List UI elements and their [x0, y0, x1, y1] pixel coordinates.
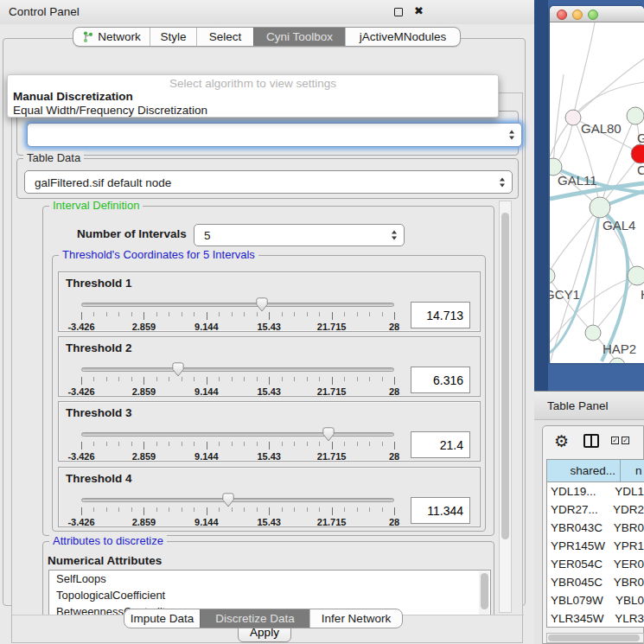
threshold-slider[interactable]: -3.4262.8599.14415.4321.71528 — [81, 493, 394, 526]
network-window-titlebar[interactable] — [550, 6, 644, 22]
slider-track[interactable] — [81, 432, 394, 437]
tab-label: Cyni Toolbox — [266, 30, 333, 43]
network-node[interactable] — [585, 325, 601, 341]
network-node[interactable] — [628, 266, 644, 285]
column-header-shared-name[interactable]: shared... — [547, 460, 621, 481]
table-hscrollbar-thumb[interactable] — [548, 634, 640, 641]
threshold-panel: Threshold 2-3.4262.8599.14415.4321.71528 — [58, 336, 481, 397]
slider-thumb[interactable] — [322, 427, 335, 442]
slider-thumb[interactable] — [172, 362, 184, 377]
attribute-list-item[interactable]: SelfLoops — [49, 571, 490, 587]
discretization-settings-panel: Discretization Algorithm Table Data galF… — [11, 92, 523, 643]
list-scrollbar-thumb[interactable] — [481, 573, 488, 609]
tab-style[interactable]: Style — [150, 28, 196, 46]
network-node[interactable] — [565, 110, 581, 125]
settings-scrollbar-thumb[interactable] — [501, 213, 509, 539]
minimize-traffic-light[interactable] — [572, 10, 583, 20]
table-row[interactable]: YLR345WYLR3 — [547, 609, 644, 628]
tab-impute-data[interactable]: Impute Data — [124, 609, 200, 628]
table-hscrollbar[interactable] — [546, 633, 644, 643]
table-panel-titlebar: Table Panel — [534, 391, 644, 420]
threshold-slider[interactable]: -3.4262.8599.14415.4321.71528 — [81, 427, 394, 460]
table-header: shared... n — [547, 460, 644, 482]
threshold-value-field[interactable] — [411, 302, 470, 328]
combo-arrows-icon — [509, 131, 514, 140]
slider-track[interactable] — [81, 303, 394, 307]
network-node[interactable] — [550, 268, 555, 284]
network-node-label: GCY1 — [550, 287, 580, 302]
network-node[interactable] — [590, 197, 610, 218]
network-node-selected[interactable] — [631, 144, 644, 163]
tab-label: jActiveMNodules — [360, 30, 447, 43]
zoom-traffic-light[interactable] — [588, 10, 598, 20]
slider-track[interactable] — [81, 367, 394, 372]
interval-definition-group: Interval Definition Number of Intervals … — [42, 206, 494, 536]
column-header-name[interactable]: n — [621, 460, 643, 481]
numerical-attributes-label: Numerical Attributes — [48, 554, 162, 567]
number-of-intervals-label: Number of Intervals — [77, 227, 187, 240]
list-scrollbar[interactable] — [479, 571, 489, 615]
threshold-slider[interactable]: -3.4262.8599.14415.4321.71528 — [81, 297, 394, 330]
table-row[interactable]: YDL19...YDL1 — [547, 482, 644, 501]
threshold-label: Threshold 3 — [66, 406, 132, 419]
network-node[interactable] — [627, 107, 644, 124]
table-row[interactable]: YBR043CYBR0 — [547, 519, 644, 537]
slider-ticks — [81, 377, 394, 386]
popup-option-equal-width-frequency[interactable]: Equal Width/Frequency Discretization — [13, 104, 207, 117]
threshold-value-field[interactable] — [411, 367, 470, 393]
tab-select[interactable]: Select — [196, 28, 253, 46]
attribute-list-item[interactable]: TopologicalCoefficient — [49, 587, 490, 603]
slider-track[interactable] — [81, 498, 394, 502]
tab-infer-network[interactable]: Infer Network — [309, 609, 402, 628]
slider-tick-labels: -3.4262.8599.14415.4321.71528 — [81, 451, 394, 462]
combo-arrows-icon — [500, 177, 505, 187]
cell-shared-name: YBR043C — [547, 519, 611, 537]
tab-network[interactable]: Network — [73, 28, 150, 46]
close-traffic-light[interactable] — [557, 10, 567, 20]
network-canvas[interactable]: GAL80GALCGAL11GAL4GCY1HHAP2 — [550, 22, 644, 363]
cell-name: YPR1 — [611, 537, 644, 555]
table-row[interactable]: YDR27...YDR2 — [547, 501, 644, 519]
select-columns-icon[interactable]: ✓ ✓ — [611, 437, 629, 444]
tab-jactivemnodules[interactable]: jActiveMNodules — [345, 28, 460, 46]
network-edges — [550, 22, 644, 363]
tab-cyni-toolbox[interactable]: Cyni Toolbox — [253, 28, 345, 46]
table-row[interactable]: YBL079WYBL0 — [547, 591, 644, 609]
gear-icon[interactable]: ⚙ — [554, 431, 569, 450]
cell-name: YDR2 — [610, 501, 644, 519]
threshold-slider[interactable]: -3.4262.8599.14415.4321.71528 — [81, 362, 394, 395]
threshold-value-field[interactable] — [411, 431, 470, 458]
network-node-label: HAP2 — [603, 341, 636, 356]
algorithm-combobox[interactable] — [27, 123, 522, 147]
table-row[interactable]: YBR045CYBR0 — [547, 573, 644, 591]
table-row[interactable]: YER054CYER0 — [547, 555, 644, 573]
tab-label: Discretize Data — [215, 612, 295, 625]
threshold-label: Threshold 2 — [66, 341, 132, 354]
network-node[interactable] — [609, 358, 625, 363]
table-panel-title: Table Panel — [547, 399, 609, 412]
table-row[interactable]: YPR145WYPR1 — [547, 537, 644, 555]
tab-discretize-data[interactable]: Discretize Data — [200, 609, 309, 628]
settings-scrollbar[interactable] — [499, 201, 512, 613]
slider-thumb[interactable] — [222, 493, 234, 507]
slider-thumb[interactable] — [256, 297, 268, 312]
slider-tick-labels: -3.4262.8599.14415.4321.71528 — [81, 322, 394, 332]
table-data-combobox[interactable]: galFiltered.sif default node — [24, 170, 513, 194]
algorithm-dropdown-popup: Select algorithm to view settings Manual… — [7, 74, 499, 118]
combo-value: galFiltered.sif default node — [35, 175, 171, 188]
tab-label: Select — [209, 30, 242, 43]
threshold-value-field[interactable] — [411, 497, 470, 524]
network-desktop: GAL80GALCGAL11GAL4GCY1HHAP2 — [534, 0, 644, 391]
number-of-intervals-spinner[interactable]: 5 — [194, 224, 405, 246]
threshold-panel: Threshold 1-3.4262.8599.14415.4321.71528 — [58, 271, 481, 332]
popup-option-manual-discretization[interactable]: Manual Discretization — [13, 90, 133, 103]
close-icon[interactable]: ✖ — [414, 4, 424, 17]
group-legend: Interval Definition — [49, 199, 143, 212]
network-view-window: GAL80GALCGAL11GAL4GCY1HHAP2 — [550, 6, 644, 363]
cell-shared-name: YBR045C — [547, 573, 611, 591]
threshold-label: Threshold 4 — [66, 472, 132, 485]
split-panel-icon[interactable] — [583, 434, 599, 448]
tab-label: Impute Data — [131, 612, 194, 625]
float-window-icon[interactable] — [394, 8, 403, 16]
checkbox-icon: ✓ — [622, 437, 629, 444]
